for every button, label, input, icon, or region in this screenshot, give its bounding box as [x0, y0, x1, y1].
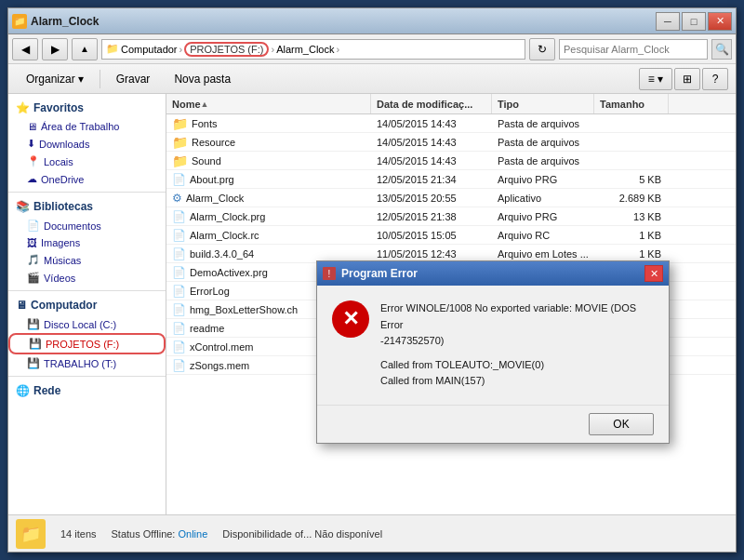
- path-root: 📁 Computador: [106, 43, 178, 55]
- address-path[interactable]: 📁 Computador › PROJETOS (F:) › Alarm_Clo…: [101, 39, 525, 60]
- sidebar-item-videos[interactable]: 🎬 Vídeos: [8, 269, 166, 287]
- toolbar: Organizar ▾ Gravar Nova pasta ≡ ▾ ⊞ ?: [8, 64, 736, 94]
- desktop-icon: 🖥: [27, 121, 37, 132]
- network-icon: 🌐: [16, 384, 30, 397]
- dialog-title-text: Program Error: [341, 267, 644, 280]
- network-section: 🌐 Rede: [8, 380, 166, 401]
- view-options: ≡ ▾ ⊞ ?: [639, 68, 728, 90]
- maximize-button[interactable]: □: [682, 12, 706, 31]
- favorites-header: ⭐ Favoritos: [8, 98, 166, 118]
- minimize-button[interactable]: ─: [656, 12, 680, 31]
- table-row[interactable]: 📁 Resource 14/05/2015 14:43 Pasta de arq…: [166, 133, 736, 152]
- sidebar-item-musicas[interactable]: 🎵 Músicas: [8, 251, 166, 269]
- col-header-size[interactable]: Tamanho: [594, 94, 669, 113]
- sidebar-item-imagens[interactable]: 🖼 Imagens: [8, 234, 166, 251]
- sidebar-divider-2: [8, 290, 166, 291]
- table-row[interactable]: 📁 Sound 14/05/2015 14:43 Pasta de arquiv…: [166, 152, 736, 170]
- status-folder-icon: 📁: [16, 519, 46, 549]
- window-icon: 📁: [12, 14, 27, 29]
- images-icon: 🖼: [27, 237, 37, 248]
- organize-button[interactable]: Organizar ▾: [16, 68, 94, 90]
- dialog-body: ✕ Error WINOLE/1008 No exported variable…: [317, 286, 669, 405]
- network-header: 🌐 Rede: [8, 380, 166, 401]
- new-folder-button[interactable]: Nova pasta: [164, 68, 241, 90]
- window-controls: ─ □ ✕: [656, 12, 732, 31]
- refresh-button[interactable]: ↻: [529, 38, 555, 60]
- status-bar: 📁 14 itens Status Offline: Online Dispon…: [8, 514, 736, 552]
- onedrive-icon: ☁: [27, 173, 37, 185]
- library-icon: 📚: [16, 200, 30, 213]
- docs-icon: 📄: [27, 220, 40, 232]
- music-icon: 🎵: [27, 254, 40, 266]
- search-input[interactable]: [559, 39, 708, 60]
- sidebar-item-onedrive[interactable]: ☁ OneDrive: [8, 170, 166, 188]
- sidebar-item-downloads[interactable]: ⬇ Downloads: [8, 135, 166, 153]
- dialog-error-icon: ✕: [332, 300, 369, 338]
- title-bar: 📁 Alarm_Clock ─ □ ✕: [8, 8, 736, 34]
- libraries-section: 📚 Bibliotecas 📄 Documentos 🖼 Imagens 🎵 M…: [8, 196, 166, 287]
- status-count: 14 itens: [60, 528, 97, 540]
- forward-button[interactable]: ▶: [42, 38, 68, 60]
- status-availability: Disponibilidade of... Não disponível: [222, 528, 382, 540]
- computer-icon: 🖥: [16, 299, 27, 312]
- computer-section: 🖥 Computador 💾 Disco Local (C:) 💾 PROJET…: [8, 295, 166, 372]
- sidebar: ⭐ Favoritos 🖥 Área de Trabalho ⬇ Downloa…: [8, 94, 166, 514]
- back-button[interactable]: ◀: [12, 38, 38, 60]
- sidebar-item-locais[interactable]: 📍 Locais: [8, 153, 166, 170]
- sidebar-item-drive-t[interactable]: 💾 TRABALHO (T:): [8, 354, 166, 372]
- drive-c-icon: 💾: [27, 318, 40, 330]
- locais-icon: 📍: [27, 155, 40, 167]
- toolbar-separator: [100, 70, 100, 88]
- view-list-button[interactable]: ≡ ▾: [639, 68, 672, 90]
- sidebar-item-drive-f[interactable]: 💾 PROJETOS (F:): [8, 333, 166, 354]
- table-row[interactable]: 📁 Fonts 14/05/2015 14:43 Pasta de arquiv…: [166, 114, 736, 133]
- favorites-section: ⭐ Favoritos 🖥 Área de Trabalho ⬇ Downloa…: [8, 98, 166, 188]
- up-button[interactable]: ▲: [72, 38, 98, 60]
- dialog-footer: OK: [317, 405, 669, 443]
- libraries-header: 📚 Bibliotecas: [8, 196, 166, 217]
- downloads-icon: ⬇: [27, 138, 35, 150]
- drive-f-icon: 💾: [29, 338, 42, 350]
- view-tiles-button[interactable]: ⊞: [674, 68, 700, 90]
- table-row[interactable]: 📄 Alarm_Clock.rc 10/05/2015 15:05 Arquiv…: [166, 226, 736, 245]
- status-offline: Status Offline: Online: [112, 528, 208, 540]
- search-icon[interactable]: 🔍: [711, 39, 732, 60]
- table-row[interactable]: ⚙ Alarm_Clock 13/05/2015 20:55 Aplicativ…: [166, 189, 736, 207]
- sidebar-item-desktop[interactable]: 🖥 Área de Trabalho: [8, 118, 166, 135]
- address-bar: ◀ ▶ ▲ 📁 Computador › PROJETOS (F:) › Ala…: [8, 34, 736, 64]
- star-icon: ⭐: [16, 101, 30, 114]
- file-list-header: Nome ▲ Data de modificaç... Tipo Tamanho: [166, 94, 736, 114]
- close-button[interactable]: ✕: [708, 12, 732, 31]
- dialog-title-bar: ! Program Error ✕: [317, 261, 669, 286]
- sidebar-divider-1: [8, 192, 166, 193]
- path-folder: Alarm_Clock: [276, 44, 334, 55]
- sidebar-divider-3: [8, 376, 166, 377]
- dialog-title-icon: !: [323, 267, 336, 280]
- col-header-name[interactable]: Nome ▲: [166, 94, 371, 113]
- ok-button[interactable]: OK: [589, 413, 654, 435]
- col-header-type[interactable]: Tipo: [492, 94, 594, 113]
- table-row[interactable]: 📄 Alarm_Clock.prg 12/05/2015 21:38 Arqui…: [166, 207, 736, 226]
- path-drive[interactable]: PROJETOS (F:): [184, 42, 269, 57]
- window-title: Alarm_Clock: [31, 15, 656, 28]
- record-button[interactable]: Gravar: [106, 68, 161, 90]
- program-error-dialog[interactable]: ! Program Error ✕ ✕ Error WINOLE/1008 No…: [316, 260, 670, 444]
- col-header-date[interactable]: Data de modificaç...: [371, 94, 492, 113]
- sidebar-item-documentos[interactable]: 📄 Documentos: [8, 217, 166, 234]
- help-button[interactable]: ?: [702, 68, 728, 90]
- dialog-message: Error WINOLE/1008 No exported variable: …: [380, 300, 654, 390]
- dialog-close-button[interactable]: ✕: [644, 265, 663, 282]
- drive-t-icon: 💾: [27, 357, 40, 369]
- videos-icon: 🎬: [27, 272, 40, 284]
- computer-header: 🖥 Computador: [8, 295, 166, 315]
- table-row[interactable]: 📄 About.prg 12/05/2015 21:34 Arquivo PRG…: [166, 170, 736, 189]
- sidebar-item-drive-c[interactable]: 💾 Disco Local (C:): [8, 315, 166, 333]
